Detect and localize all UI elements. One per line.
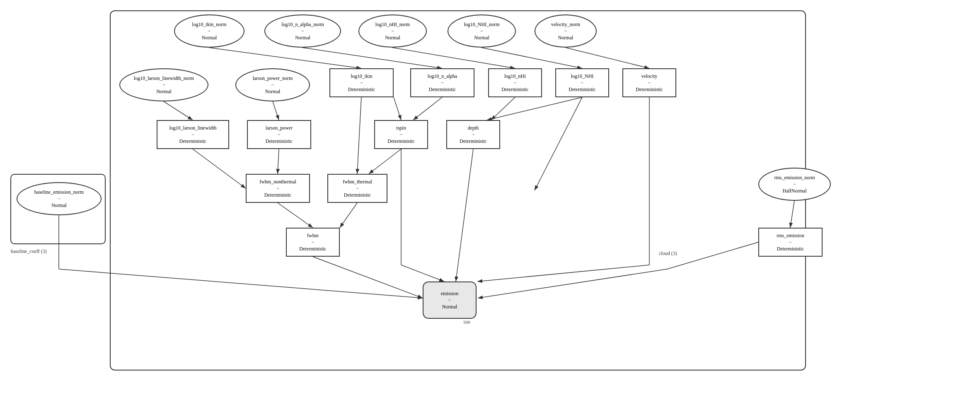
tspin-node: tspin ~ Deterministic [374,120,428,149]
rms-emission-node: rms_emission ~ Deterministic [758,228,823,257]
rms-emission-norm-node: rms_emission_norm ~ HalfNormal [758,168,831,201]
log10-larson-linewidth-norm-node: log10_larson_linewidth_norm ~ Normal [119,68,208,101]
velocity-norm-node: velocity_norm ~ Normal [535,14,597,48]
log10-n-alpha-node: log10_n_alpha ~ Deterministic [410,68,474,97]
log10-NHI-node: log10_NHI ~ Deterministic [555,68,609,97]
log10-NHI-norm-node: log10_NHI_norm ~ Normal [448,14,516,48]
larson-power-norm-node: larson_power_norm ~ Normal [235,68,310,101]
fwhm-thermal-node: fwhm_thermal ~ Deterministic [327,174,387,203]
baseline-emission-norm-node: baseline_emission_norm ~ Normal [17,182,102,215]
velocity-node: velocity ~ Deterministic [622,68,676,97]
log10-nHI-node: log10_nHI ~ Deterministic [488,68,542,97]
fwhm-node: fwhm ~ Deterministic [286,228,340,257]
depth-node: depth ~ Deterministic [446,120,500,149]
log10-nHI-norm-node: log10_nHI_norm ~ Normal [358,14,427,48]
log10-tkin-norm-node: log10_tkin_norm ~ Normal [174,14,244,48]
emission-node: emission ~ Normal [423,281,477,319]
emission-count: 500 [463,320,470,325]
cloud-label: cloud (3) [659,250,677,257]
log10-n-alpha-norm-node: log10_n_alpha_norm ~ Normal [264,14,341,48]
larson-power-node: larson_power ~ Deterministic [247,120,311,149]
log10-tkin-node: log10_tkin ~ Deterministic [329,68,394,97]
diagram-container: log10_tkin_norm ~ Normal log10_n_alpha_n… [4,4,976,405]
baseline-coeff-label: baseline_coeff (3) [11,248,47,255]
log10-larson-linewidth-node: log10_larson_linewidth ~ Deterministic [157,120,229,149]
fwhm-nonthermal-node: fwhm_nonthermal ~ Deterministic [246,174,310,203]
